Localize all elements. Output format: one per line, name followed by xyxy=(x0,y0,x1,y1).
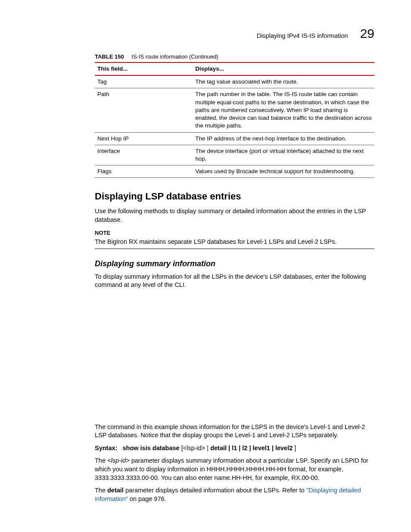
field-cell: Tag xyxy=(95,75,193,88)
subsection-intro: To display summary information for all t… xyxy=(95,273,374,289)
subsection-heading-summary: Displaying summary information xyxy=(95,258,374,269)
running-header: Displaying IPv4 IS-IS information 29 xyxy=(95,25,374,43)
desc-cell: The tag value associated with the route. xyxy=(193,75,374,88)
syntax-prefix: Syntax: xyxy=(95,445,117,451)
desc-cell: The IP address of the next-hop interface… xyxy=(193,132,374,145)
chapter-number: 29 xyxy=(360,25,374,43)
table-row: Flags Values used by Brocade technical s… xyxy=(95,165,374,178)
syntax-args-open: [<lsp-id> | xyxy=(181,445,210,451)
note-body: The BigIron RX maintains separate LSP da… xyxy=(95,238,374,249)
table-header-row: This field... Displays... xyxy=(95,62,374,75)
text: The xyxy=(95,457,107,464)
route-info-table: This field... Displays... Tag The tag va… xyxy=(95,62,374,178)
page: Displaying IPv4 IS-IS information 29 TAB… xyxy=(0,0,411,532)
running-title: Displaying IPv4 IS-IS information xyxy=(257,32,348,40)
table-title: IS-IS route information (Continued) xyxy=(131,53,218,60)
syntax-args-close: ] xyxy=(294,445,296,451)
syntax-command: show isis database xyxy=(122,445,179,451)
table-label: TABLE 150 xyxy=(95,53,124,60)
table-row: Next Hop IP The IP address of the next-h… xyxy=(95,132,374,145)
field-cell: Interface xyxy=(95,145,193,165)
text: on page 976. xyxy=(128,495,166,502)
after-example-paragraph: The command in this example shows inform… xyxy=(95,423,374,440)
field-cell: Path xyxy=(95,88,193,132)
text: parameter displays detailed information … xyxy=(124,487,306,494)
cli-output-placeholder xyxy=(95,294,374,423)
detail-paragraph: The detail parameter displays detailed i… xyxy=(95,486,374,503)
desc-cell: The device interface (port or virtual in… xyxy=(193,145,374,165)
table-row: Tag The tag value associated with the ro… xyxy=(95,75,374,88)
text: parameter displays summary information a… xyxy=(95,457,368,481)
note-block: NOTE The BigIron RX maintains separate L… xyxy=(95,229,374,249)
section-intro: Use the following methods to display sum… xyxy=(95,207,374,224)
syntax-args-bold: detail | l1 | l2 | level1 | level2 xyxy=(210,445,293,451)
note-label: NOTE xyxy=(95,229,374,237)
field-cell: Next Hop IP xyxy=(95,132,193,145)
table-row: Path The path number in the table. The I… xyxy=(95,88,374,132)
lspid-paragraph: The <lsp-id> parameter displays summary … xyxy=(95,457,374,482)
desc-cell: Values used by Brocade technical support… xyxy=(193,165,374,178)
table-head-field: This field... xyxy=(95,62,193,75)
table-head-display: Displays... xyxy=(193,62,374,75)
desc-cell: The path number in the table. The IS-IS … xyxy=(193,88,374,132)
table-caption: TABLE 150 IS-IS route information (Conti… xyxy=(95,53,374,61)
lspid-param: <lsp-id> xyxy=(107,457,130,464)
detail-keyword: detail xyxy=(107,487,124,494)
table-row: Interface The device interface (port or … xyxy=(95,145,374,165)
text: The xyxy=(95,487,107,494)
section-heading-lsp-db: Displaying LSP database entries xyxy=(95,190,374,203)
field-cell: Flags xyxy=(95,165,193,178)
syntax-line: Syntax: show isis database [<lsp-id> | d… xyxy=(95,444,374,453)
